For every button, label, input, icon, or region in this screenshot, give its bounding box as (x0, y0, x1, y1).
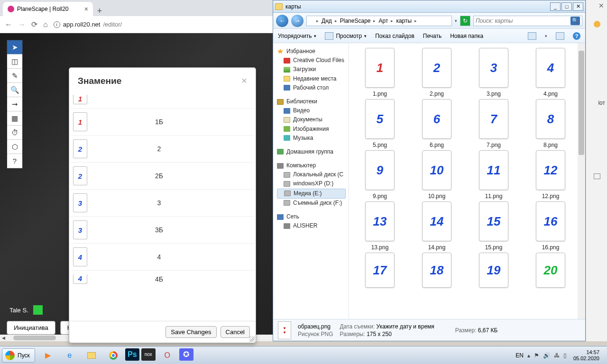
file-item[interactable]: 1212.png (523, 150, 579, 200)
card-row[interactable]: 33 (70, 189, 255, 216)
site-info-icon[interactable]: i (54, 21, 60, 28)
tree-group-header[interactable]: Сеть (277, 212, 349, 221)
tree-item[interactable]: Рабочий стол (277, 83, 349, 92)
card-row[interactable]: 33Б (70, 216, 255, 243)
browser-tab[interactable]: PlaneScape | Roll20 × (3, 2, 93, 16)
file-item[interactable]: 33.png (466, 48, 522, 97)
shot-value[interactable]: Укажите дату и время (377, 323, 434, 330)
refresh-icon[interactable]: ↻ (460, 16, 470, 26)
file-item[interactable]: 99.png (352, 150, 408, 200)
close-icon[interactable]: ✕ (573, 2, 583, 11)
macro-button[interactable]: Инициатива (7, 321, 55, 335)
card-row[interactable]: 1 (70, 91, 255, 108)
select-tool-icon[interactable]: ➤ (7, 40, 22, 55)
breadcrumb-segment[interactable]: PlaneScape (338, 18, 373, 24)
card-thumbnail[interactable]: 4 (73, 274, 87, 284)
scroll-thumb[interactable] (579, 51, 584, 155)
maximize-icon[interactable]: □ (561, 2, 572, 11)
tree-item[interactable]: Съемный диск (F:) (277, 199, 349, 208)
view-options-icon[interactable] (528, 32, 536, 40)
file-item[interactable]: 1111.png (466, 150, 522, 200)
chevron-right-icon[interactable]: ▸ (335, 18, 337, 23)
chevron-right-icon[interactable]: ▸ (391, 18, 393, 23)
card-thumbnail[interactable]: 2 (73, 139, 87, 158)
file-item[interactable]: 1616.png (523, 201, 579, 251)
explorer-titlebar[interactable]: карты _ □ ✕ (273, 0, 585, 13)
nox-icon[interactable]: nox (141, 348, 156, 361)
forward-icon[interactable]: → (18, 20, 26, 29)
search-input[interactable] (476, 18, 570, 24)
explorer-icon[interactable] (82, 348, 101, 363)
help-icon[interactable]: ? (573, 32, 580, 40)
tray-chevron-icon[interactable]: ▴ (527, 352, 530, 359)
chevron-down-icon[interactable]: ▾ (455, 18, 457, 23)
tree-group-header[interactable]: Компьютер (277, 161, 349, 170)
background-window[interactable]: ✕ іот (586, 0, 607, 341)
tree-item[interactable]: Видео (277, 106, 349, 115)
cancel-button[interactable]: Cancel (221, 326, 250, 338)
tree-item[interactable]: Локальный диск (C (277, 170, 349, 179)
file-item[interactable]: 11.png (352, 48, 408, 97)
vertical-scrollbar[interactable] (578, 43, 585, 319)
home-icon[interactable]: ⌂ (43, 20, 48, 29)
file-item[interactable]: 1515.png (466, 201, 522, 251)
file-item[interactable]: 66.png (409, 99, 465, 148)
tray-flag-icon[interactable]: ⚑ (534, 352, 539, 359)
turn-tool-icon[interactable]: ⏱ (7, 126, 22, 140)
media-player-icon[interactable]: ▶ (38, 348, 58, 363)
language-indicator[interactable]: EN (515, 352, 524, 359)
nav-back-icon[interactable]: ← (276, 15, 288, 27)
tree-item[interactable]: Медиа (E:) (277, 189, 346, 199)
layers-tool-icon[interactable]: ◫ (7, 55, 22, 69)
file-item[interactable]: 88.png (523, 99, 579, 148)
card-row[interactable]: 44 (70, 243, 255, 270)
file-item[interactable]: 77.png (466, 99, 522, 148)
file-item[interactable]: 1010.png (409, 150, 465, 200)
fog-tool-icon[interactable]: ▦ (7, 111, 22, 126)
tray-volume-icon[interactable]: 🔊 (543, 352, 550, 359)
search-icon[interactable]: 🔍 (570, 17, 580, 25)
card-row[interactable]: 44Б (70, 270, 255, 288)
resize-grip-icon[interactable] (249, 336, 255, 342)
card-row[interactable]: 22Б (70, 162, 255, 189)
save-button[interactable]: Save Changes (166, 326, 216, 338)
photoshop-icon[interactable]: Ps (125, 348, 139, 361)
chrome-icon[interactable] (103, 348, 123, 363)
tree-item[interactable]: Загрузки (277, 65, 349, 74)
card-thumbnail[interactable]: 4 (73, 247, 87, 266)
chevron-right-icon[interactable]: ▸ (414, 18, 417, 23)
card-row[interactable]: 11Б (70, 108, 255, 135)
file-item[interactable]: 17 (352, 253, 408, 288)
close-tab-icon[interactable]: × (84, 5, 88, 13)
search-box[interactable]: 🔍 (473, 16, 582, 26)
opera-icon[interactable]: O (157, 348, 177, 363)
peek-icon[interactable] (594, 173, 600, 179)
scroll-thumb[interactable] (13, 336, 56, 340)
card-thumbnail[interactable]: 1 (73, 95, 87, 104)
print-button[interactable]: Печать (423, 33, 441, 39)
tree-item[interactable]: ALISHER (277, 221, 349, 230)
help-tool-icon[interactable]: ? (7, 154, 22, 168)
dialog-header[interactable]: Знамение × (69, 68, 256, 91)
chevron-down-icon[interactable]: ▾ (545, 34, 547, 38)
nav-forward-icon[interactable]: → (291, 15, 304, 27)
preview-pane-icon[interactable] (556, 32, 564, 40)
file-item[interactable]: 20 (523, 253, 579, 288)
dice-tool-icon[interactable]: ⬡ (7, 140, 22, 154)
file-item[interactable]: 55.png (352, 99, 408, 148)
view-menu[interactable]: Просмотр ▾ (325, 32, 367, 40)
start-button[interactable]: Пуск (2, 348, 35, 363)
tree-item[interactable]: windowsXP (D:) (277, 179, 349, 188)
dialog-close-icon[interactable]: × (241, 75, 247, 86)
tree-item[interactable]: Недавние места (277, 74, 349, 83)
file-item[interactable]: 22.png (409, 48, 465, 97)
tree-item[interactable]: Изображения (277, 125, 349, 134)
card-row[interactable]: 22 (70, 135, 255, 162)
breadcrumb[interactable]: ▸ Днд▸PlaneScape▸Арт▸карты▸ (306, 16, 452, 26)
reload-icon[interactable]: ⟳ (31, 20, 37, 29)
address-bar[interactable]: i app.roll20.net/editor/ (54, 21, 122, 28)
scroll-left-icon[interactable]: ◀ (0, 336, 7, 340)
file-grid[interactable]: 11.png22.png33.png44.png55.png66.png77.p… (349, 43, 585, 319)
tree-item[interactable]: Creative Cloud Files (277, 56, 349, 65)
organize-menu[interactable]: Упорядочить ▾ (278, 33, 316, 39)
